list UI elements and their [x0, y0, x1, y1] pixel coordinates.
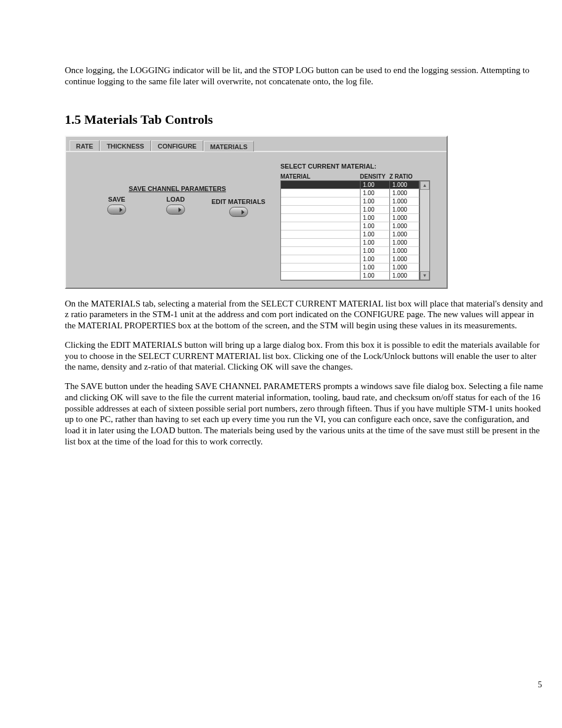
save-channel-params-heading: SAVE CHANNEL PARAMETERS [118, 185, 236, 192]
cell-zratio: 1.000 [390, 181, 419, 189]
cell-density: 1.00 [361, 272, 390, 280]
cell-zratio: 1.000 [390, 206, 419, 214]
materials-panel: RATE THICKNESS CONFIGURE MATERIALS SAVE … [65, 136, 448, 289]
cell-material [281, 239, 361, 247]
col-density: DENSITY [360, 173, 389, 180]
cell-zratio: 1.000 [390, 197, 419, 206]
save-label: SAVE [99, 196, 134, 203]
cell-material [281, 255, 361, 263]
cell-zratio: 1.000 [390, 272, 419, 280]
cell-material [281, 206, 361, 214]
cell-material [281, 197, 361, 206]
table-row[interactable]: 1.001.000 [281, 206, 419, 214]
cell-density: 1.00 [361, 214, 390, 222]
table-row[interactable]: 1.001.000 [281, 272, 419, 280]
cell-density: 1.00 [361, 197, 390, 206]
scrollbar[interactable]: ▲ ▼ [419, 180, 430, 281]
load-label: LOAD [158, 196, 193, 203]
tab-configure[interactable]: CONFIGURE [151, 140, 203, 151]
col-material: MATERIAL [280, 173, 360, 180]
cell-material [281, 263, 361, 272]
cell-density: 1.00 [361, 181, 390, 189]
table-row[interactable]: 1.001.000 [281, 255, 419, 263]
cell-zratio: 1.000 [390, 222, 419, 230]
cell-material [281, 189, 361, 197]
col-zratio: Z RATIO [389, 173, 419, 180]
cell-material [281, 214, 361, 222]
section-heading: 1.5 Materials Tab Controls [65, 112, 543, 127]
tab-thickness[interactable]: THICKNESS [100, 140, 151, 151]
cell-material [281, 247, 361, 255]
cell-density: 1.00 [361, 189, 390, 197]
edit-materials-button[interactable] [229, 207, 248, 217]
cell-density: 1.00 [361, 263, 390, 272]
cell-density: 1.00 [361, 247, 390, 255]
cell-zratio: 1.000 [390, 189, 419, 197]
left-pane: SAVE CHANNEL PARAMETERS SAVE LOAD EDIT M… [74, 163, 280, 281]
cell-zratio: 1.000 [390, 255, 419, 263]
cell-material [281, 272, 361, 280]
table-row[interactable]: 1.001.000 [281, 247, 419, 255]
cell-material [281, 181, 361, 189]
table-row[interactable]: 1.001.000 [281, 189, 419, 197]
tab-rate[interactable]: RATE [70, 140, 100, 151]
cell-zratio: 1.000 [390, 214, 419, 222]
tab-materials[interactable]: MATERIALS [204, 141, 254, 151]
material-table[interactable]: 1.001.0001.001.0001.001.0001.001.0001.00… [280, 180, 419, 281]
edit-materials-label: EDIT MATERIALS [211, 198, 265, 205]
table-row[interactable]: 1.001.000 [281, 214, 419, 222]
cell-density: 1.00 [361, 230, 390, 239]
cell-zratio: 1.000 [390, 230, 419, 239]
save-button[interactable] [107, 205, 126, 215]
paragraph-1: On the MATERIALS tab, selecting a materi… [65, 298, 543, 331]
scroll-track[interactable] [420, 190, 429, 271]
table-row[interactable]: 1.001.000 [281, 181, 419, 189]
scroll-up-icon[interactable]: ▲ [420, 181, 429, 190]
table-row[interactable]: 1.001.000 [281, 230, 419, 239]
paragraph-2: Clicking the EDIT MATERIALS button will … [65, 340, 543, 373]
table-row[interactable]: 1.001.000 [281, 263, 419, 272]
cell-zratio: 1.000 [390, 247, 419, 255]
right-pane: SELECT CURRENT MATERIAL: MATERIAL DENSIT… [280, 163, 441, 281]
table-row[interactable]: 1.001.000 [281, 239, 419, 247]
scroll-down-icon[interactable]: ▼ [420, 271, 429, 280]
load-button[interactable] [166, 205, 185, 215]
table-row[interactable]: 1.001.000 [281, 197, 419, 206]
paragraph-3: The SAVE button under the heading SAVE C… [65, 381, 543, 447]
table-header: MATERIAL DENSITY Z RATIO [280, 173, 441, 180]
cell-density: 1.00 [361, 206, 390, 214]
page-number: 5 [538, 680, 542, 690]
select-current-material-title: SELECT CURRENT MATERIAL: [280, 163, 441, 170]
cell-zratio: 1.000 [390, 263, 419, 272]
cell-density: 1.00 [361, 239, 390, 247]
tab-bar: RATE THICKNESS CONFIGURE MATERIALS [66, 137, 447, 152]
cell-material [281, 222, 361, 230]
cell-density: 1.00 [361, 255, 390, 263]
cell-density: 1.00 [361, 222, 390, 230]
table-row[interactable]: 1.001.000 [281, 222, 419, 230]
intro-paragraph: Once logging, the LOGGING indicator will… [65, 65, 543, 87]
cell-zratio: 1.000 [390, 239, 419, 247]
cell-material [281, 230, 361, 239]
